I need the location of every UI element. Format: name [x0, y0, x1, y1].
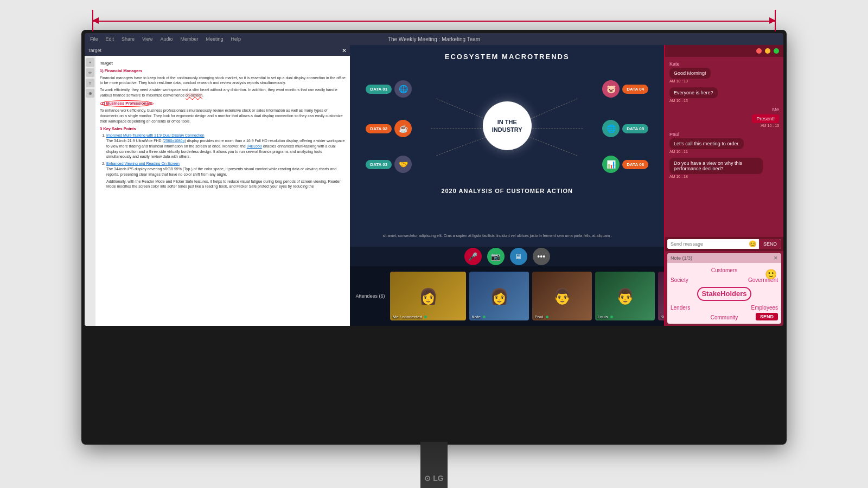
note-title: Note (1/3)	[671, 255, 692, 261]
monitor: File Edit Share View Audio Member Meetin…	[81, 30, 787, 445]
mic-button[interactable]: 🎤	[464, 248, 482, 265]
note-send-button[interactable]: SEND	[756, 313, 778, 320]
attendee-kate-video: 👩	[469, 272, 529, 320]
chat-dot-yellow[interactable]	[765, 48, 770, 54]
chat-dot-green[interactable]	[774, 48, 779, 54]
doc-link-multitasking[interactable]: Improved Multi-Tasking with 21:9 Dual Di…	[106, 133, 205, 137]
document-close-button[interactable]: ✕	[342, 47, 347, 54]
menu-view[interactable]: View	[142, 36, 152, 42]
msg-sender-paul: Paul	[669, 132, 779, 137]
presentation-panel: ECOSYSTEM MACROTRENDS	[350, 45, 664, 326]
slide-title: ECOSYSTEM MACROTRENDS	[350, 45, 664, 61]
chat-messages: Kate Good Morning! AM 10 : 10 Everyone i…	[665, 57, 783, 237]
note-close-button[interactable]: ✕	[774, 255, 778, 261]
chat-input-field[interactable]	[667, 239, 746, 249]
doc-sub-financial: 1) Financial Managers	[100, 68, 346, 74]
tool-edit[interactable]: ✏	[86, 68, 94, 77]
note-stakeholders-row: StakeHolders	[671, 286, 778, 302]
attendee-kim: 👩 Kim	[658, 272, 664, 320]
doc-point-2: Enhanced Viewing and Reading On Screen T…	[106, 161, 346, 189]
presentation-lorem-text: sit amet, consectetur adipiscing elit. C…	[350, 231, 664, 247]
chat-input-row: 😊 SEND	[667, 239, 781, 249]
more-button[interactable]: •••	[533, 248, 550, 265]
msg-time-1: AM 10 : 10	[669, 79, 779, 83]
document-panel-title: Target	[88, 48, 101, 53]
menu-share[interactable]: Share	[122, 36, 135, 42]
doc-point-1-body: The 34-inch 21:9 UltraWide FHD (2560x108…	[106, 138, 346, 159]
data-icon-01: 🌐	[394, 80, 412, 98]
attendee-kate-name: Kate	[471, 314, 486, 319]
menu-audio[interactable]: Audio	[160, 36, 173, 42]
attendee-louis: 👨 Louis	[595, 272, 655, 320]
msg-sender-kate: Kate	[669, 61, 779, 67]
monitor-screen: File Edit Share View Audio Member Meetin…	[85, 33, 783, 326]
doc-list-points: Improved Multi-Tasking with 21:9 Dual Di…	[106, 133, 346, 189]
msg-time-3: AM 10 : 13	[761, 124, 779, 127]
attendee-me: 👩 Me / connected	[390, 272, 466, 320]
analysis-title: 2020 ANALYSIS OF CUSTOMER ACTION	[350, 185, 664, 196]
smiley-icon: 🙂	[765, 267, 777, 282]
title-bar: File Edit Share View Audio Member Meetin…	[85, 33, 783, 45]
msg-row-paul-2: Do you have a view on why this performan…	[669, 158, 779, 178]
msg-bubble-everyone: Everyone is here?	[669, 87, 718, 98]
doc-sub-business: 2) Business Professionals	[100, 100, 346, 107]
attendee-me-name: Me / connected	[392, 314, 427, 319]
chat-dot-red[interactable]	[756, 48, 762, 54]
attendee-kim-video: 👩	[658, 272, 664, 320]
doc-point-2-body: The 34-inch IPS display covering sRGB 99…	[106, 166, 346, 177]
data-badge-05: DATA 05	[622, 124, 648, 133]
data-node-05: DATA 05 🌐	[602, 120, 648, 137]
msg-bubble-order: Let's call this meeting to order.	[669, 138, 744, 149]
doc-para-business: To enhance work efficiency, business pro…	[100, 108, 346, 124]
attendee-me-video: 👩	[390, 272, 466, 320]
menu-edit[interactable]: Edit	[106, 36, 114, 42]
menu-meeting[interactable]: Meeting	[206, 36, 223, 42]
menu-file[interactable]: File	[90, 36, 98, 42]
menu-help[interactable]: Help	[231, 36, 241, 42]
data-badge-06: DATA 06	[622, 160, 648, 169]
msg-sender-me: Me	[772, 107, 779, 112]
chat-send-button[interactable]: SEND	[759, 239, 781, 249]
camera-button[interactable]: 📷	[487, 248, 505, 265]
data-icon-06: 📊	[602, 156, 620, 173]
msg-bubble-goodmorning: Good Morning!	[669, 68, 711, 79]
bottom-bar: sit amet, consectetur adipiscing elit. C…	[350, 231, 664, 266]
note-customers: Customers	[671, 266, 778, 274]
doc-link-model[interactable]: 34BL650	[247, 144, 262, 148]
doc-link-viewing[interactable]: Enhanced Viewing and Reading On Screen	[106, 162, 180, 165]
note-stakeholders: StakeHolders	[697, 287, 751, 301]
emoji-icon[interactable]: 😊	[746, 240, 759, 248]
document-panel: Target ✕ + ✏ T ⊕ Target 1) Financial Man…	[85, 45, 350, 326]
menu-member[interactable]: Member	[180, 36, 198, 42]
msg-time-5: AM 10 : 18	[669, 175, 779, 178]
note-employees: Employees	[751, 304, 778, 312]
data-node-03: DATA 03 🤝	[366, 156, 412, 173]
meeting-app: File Edit Share View Audio Member Meetin…	[85, 33, 783, 326]
note-society: Society	[671, 276, 688, 284]
data-badge-04: DATA 04	[622, 85, 648, 94]
document-panel-header: Target ✕	[85, 45, 350, 56]
doc-sub-keypoints: 3 Key Sales Points	[100, 126, 346, 132]
menu-bar: File Edit Share View Audio Member Meetin…	[90, 36, 241, 42]
tool-more[interactable]: ⊕	[86, 89, 94, 98]
data-icon-03: 🤝	[394, 156, 412, 173]
doc-link-resolution[interactable]: 2560x1080p	[164, 139, 185, 143]
chat-input-area: 😊 SEND	[665, 237, 783, 251]
doc-circle-annotation: 2) Business Professionals	[100, 100, 154, 107]
tool-add[interactable]: +	[86, 58, 94, 67]
msg-row-kate-2: Everyone is here? AM 10 : 13	[669, 87, 779, 102]
attendee-louis-video: 👨	[595, 272, 655, 320]
data-icon-05: 🌐	[602, 120, 620, 137]
tool-text[interactable]: T	[86, 79, 94, 87]
center-circle-text: IN THEINDUSTRY	[492, 118, 522, 134]
share-button[interactable]: 🖥	[510, 248, 527, 265]
control-bar: 🎤 📷 🖥 •••	[350, 247, 664, 266]
chat-header	[665, 45, 783, 57]
measurement-arrowhead-left	[92, 17, 99, 24]
data-icon-02: ☕	[394, 120, 412, 137]
meeting-title: The Weekly Meeting : Marketing Team	[388, 36, 480, 42]
note-row-society-gov: Society Government	[671, 276, 778, 284]
present-button[interactable]: Present!	[752, 114, 779, 123]
doc-highlight: on-screen	[186, 93, 202, 97]
attendee-paul-name: Paul	[534, 314, 548, 319]
